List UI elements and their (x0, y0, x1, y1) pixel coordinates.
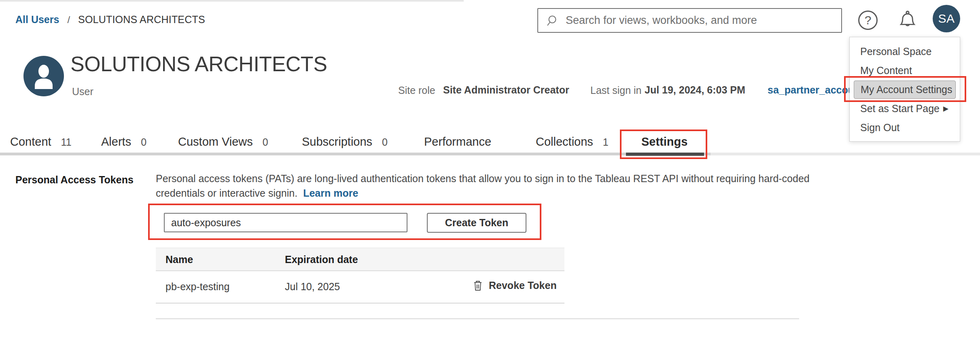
tab-label: Collections (536, 135, 593, 149)
menu-item-label: My Content (860, 61, 912, 80)
breadcrumb-all-users-link[interactable]: All Users (15, 14, 59, 25)
learn-more-link[interactable]: Learn more (303, 187, 358, 199)
tab-label: Subscriptions (302, 135, 372, 149)
trash-icon (473, 279, 483, 291)
tab-count: 0 (263, 136, 268, 148)
tab-performance[interactable]: Performance (424, 135, 491, 149)
tab-label: Content (10, 135, 51, 149)
site-role-value: Site Administrator Creator (443, 84, 569, 96)
token-table-header (156, 248, 564, 270)
menu-item-my-account-settings[interactable]: My Account Settings (854, 81, 956, 99)
submenu-arrow-icon: ▶ (943, 99, 948, 118)
menu-item-set-as-start-page[interactable]: Set as Start Page ▶ (850, 99, 960, 118)
tab-collections[interactable]: Collections1 (536, 135, 609, 149)
table-header-border (156, 270, 564, 271)
tabs-divider-light (711, 153, 980, 155)
person-icon (23, 56, 64, 96)
pat-description-line2: credentials or interactive signin.Learn … (156, 187, 358, 199)
tab-label: Custom Views (178, 135, 253, 149)
page: All Users / SOLUTIONS ARCHITECTS ? SA SO… (0, 0, 980, 344)
revoke-token-label: Revoke Token (489, 280, 557, 291)
user-avatar (23, 56, 64, 96)
token-row-expiration: Jul 10, 2025 (285, 281, 340, 293)
menu-item-label: Sign Out (860, 118, 899, 137)
notifications-bell-icon[interactable] (897, 9, 918, 32)
column-header-name: Name (165, 254, 193, 265)
last-sign-in-label: Last sign in (590, 85, 641, 96)
tab-count: 0 (141, 136, 146, 148)
help-icon[interactable]: ? (858, 11, 878, 30)
search-bar[interactable] (537, 8, 842, 33)
search-icon (546, 14, 559, 27)
tab-count: 0 (382, 136, 388, 148)
help-glyph: ? (865, 13, 872, 27)
tab-subscriptions[interactable]: Subscriptions0 (302, 135, 388, 149)
tab-alerts[interactable]: Alerts0 (101, 135, 146, 149)
section-divider (156, 318, 799, 319)
tab-custom-views[interactable]: Custom Views0 (178, 135, 268, 149)
pat-section-title: Personal Access Tokens (15, 174, 134, 186)
account-dropdown-menu: Personal Space My Content My Account Set… (849, 37, 960, 142)
breadcrumb-current-page: SOLUTIONS ARCHITECTS (78, 14, 205, 25)
last-sign-in-value: Jul 19, 2024, 6:03 PM (645, 84, 745, 96)
token-row-name: pb-exp-testing (165, 281, 229, 293)
column-header-expiration: Expiration date (285, 254, 358, 265)
tab-content[interactable]: Content11 (10, 135, 72, 149)
account-avatar-button[interactable]: SA (933, 5, 960, 32)
tab-label: Settings (641, 135, 687, 149)
pat-description-line1: Personal access tokens (PATs) are long-l… (156, 173, 810, 185)
search-input[interactable] (566, 14, 841, 27)
breadcrumb-separator: / (67, 14, 70, 25)
active-tab-underline (626, 153, 704, 156)
tab-label: Performance (424, 135, 491, 149)
menu-item-personal-space[interactable]: Personal Space (850, 42, 960, 61)
menu-item-my-content[interactable]: My Content (850, 61, 960, 80)
revoke-token-button[interactable]: Revoke Token (473, 279, 557, 291)
user-type-label: User (72, 86, 93, 98)
tab-label: Alerts (101, 135, 131, 149)
page-title: SOLUTIONS ARCHITECTS (70, 52, 327, 76)
tab-count: 1 (603, 136, 609, 148)
tab-settings[interactable]: Settings (641, 135, 687, 149)
menu-item-label: My Account Settings (861, 81, 952, 98)
token-name-input[interactable] (164, 213, 407, 232)
account-name-link[interactable]: sa_partner_accou (768, 84, 854, 96)
pat-description-text: credentials or interactive signin. (156, 187, 297, 199)
menu-item-label: Set as Start Page (860, 99, 940, 118)
menu-item-label: Personal Space (860, 42, 932, 61)
window-top-edge (0, 0, 464, 2)
site-role-label: Site role (398, 85, 435, 96)
table-row-border (156, 303, 564, 304)
menu-item-sign-out[interactable]: Sign Out (850, 118, 960, 137)
avatar-initials: SA (938, 12, 955, 25)
breadcrumb: All Users / SOLUTIONS ARCHITECTS (15, 14, 205, 25)
create-token-button[interactable]: Create Token (427, 213, 526, 233)
tab-count: 11 (61, 136, 72, 148)
